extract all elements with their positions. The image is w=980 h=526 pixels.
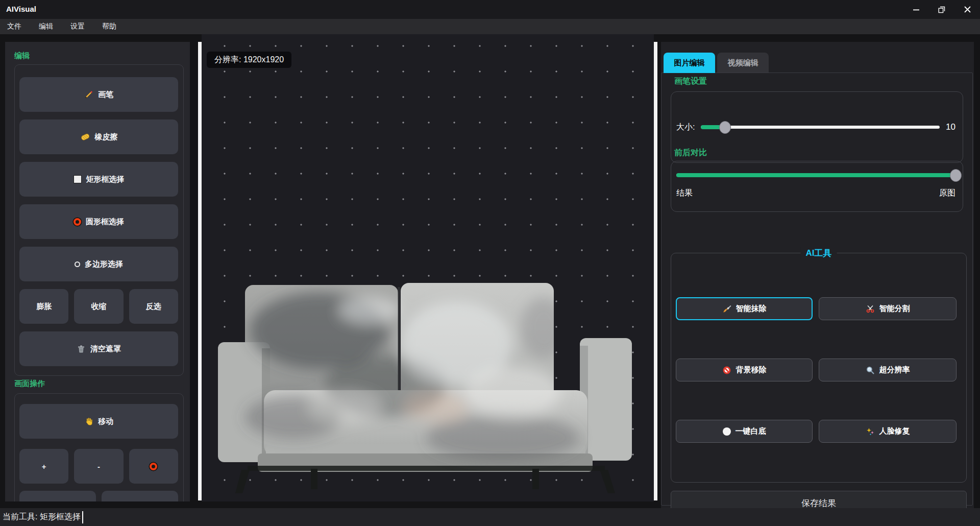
clear-mask-button[interactable]: 清空遮罩 (19, 331, 178, 366)
dilate-button[interactable]: 膨胀 (19, 289, 68, 324)
shrink-label: 收缩 (91, 302, 106, 312)
canvas[interactable]: 分辨率: 1920x1920 (202, 34, 654, 501)
brush-tool-label: 画笔 (98, 90, 113, 100)
statusbar: 当前工具: 矩形框选择 (0, 508, 980, 526)
move-tool-label: 移动 (98, 417, 113, 426)
left-splitter[interactable] (198, 42, 202, 500)
ai-tools-title: AI工具 (801, 247, 837, 259)
clear-mask-label: 清空遮罩 (90, 344, 121, 354)
hand-icon (84, 417, 93, 426)
menu-edit[interactable]: 编辑 (34, 20, 58, 33)
canvas-ops-group: 移动 + - (14, 393, 184, 501)
pencil-icon (84, 90, 93, 99)
current-tool-status: 当前工具: 矩形框选择 (3, 512, 81, 522)
brush-icon (722, 304, 731, 314)
menu-file[interactable]: 文件 (2, 20, 27, 33)
zoom-row: + - (19, 449, 178, 484)
move-tool-button[interactable]: 移动 (19, 404, 178, 439)
compare-slider[interactable] (676, 174, 955, 177)
sparkles-icon (866, 427, 875, 436)
brush-size-slider[interactable] (701, 126, 940, 129)
sidebar-partial-button-1[interactable] (19, 491, 96, 501)
smart-erase-label: 智能抹除 (736, 304, 767, 314)
magnifier-icon (866, 366, 875, 375)
ai-tools-group: AI工具 智能抹除 智能分割 背景移除 超分辨率 (671, 253, 967, 483)
clipped-row (19, 491, 178, 501)
compare-title: 前后对比 (674, 148, 707, 158)
sofa-image (217, 282, 633, 494)
smart-erase-button[interactable]: 智能抹除 (676, 297, 813, 320)
tab-video-edit-label: 视频编辑 (728, 58, 758, 68)
brush-settings-group: 大小: 10 (671, 91, 963, 163)
rect-select-label: 矩形框选择 (86, 175, 125, 184)
app-title: AIVisual (6, 5, 36, 13)
edit-section-title: 编辑 (14, 51, 30, 61)
right-splitter[interactable] (654, 42, 657, 500)
polygon-select-label: 多边形选择 (85, 259, 123, 269)
save-result-label: 保存结果 (801, 498, 836, 508)
zoom-in-label: + (42, 462, 46, 471)
super-res-label: 超分辨率 (879, 365, 910, 375)
circle-select-icon (74, 218, 81, 226)
eraser-tool-label: 橡皮擦 (95, 132, 118, 142)
tab-image-edit[interactable]: 图片编辑 (664, 53, 715, 73)
close-button[interactable] (954, 0, 980, 19)
menubar: 文件 编辑 设置 帮助 (0, 19, 980, 34)
white-bg-button[interactable]: 一键白底 (676, 420, 813, 443)
close-icon (964, 6, 971, 13)
square-select-icon (74, 175, 82, 183)
resolution-label: 分辨率: 1920x1920 (207, 52, 291, 68)
invert-button[interactable]: 反选 (129, 289, 178, 324)
edit-tools-group: 画笔 橡皮擦 矩形框选择 圆形框选择 多边形选择 (14, 64, 184, 376)
menu-help[interactable]: 帮助 (97, 20, 121, 33)
menu-settings[interactable]: 设置 (65, 20, 90, 33)
maximize-button[interactable] (929, 0, 954, 19)
compare-right-label: 原图 (939, 188, 955, 199)
compare-group: 结果 原图 (671, 161, 963, 212)
circle-select-label: 圆形框选择 (86, 217, 124, 227)
window-controls (903, 0, 980, 19)
face-restore-button[interactable]: 人脸修复 (819, 420, 957, 443)
canvas-ops-section-title: 画面操作 (14, 379, 45, 389)
status-caret (82, 511, 83, 523)
image-edit-panel: 画笔设置 大小: 10 前后对比 (661, 73, 973, 506)
bg-remove-button[interactable]: 背景移除 (676, 358, 813, 381)
tab-video-edit[interactable]: 视频编辑 (717, 53, 769, 73)
super-res-button[interactable]: 超分辨率 (819, 358, 957, 381)
minimize-icon (913, 6, 920, 13)
brush-size-thumb[interactable] (719, 121, 731, 134)
bg-remove-label: 背景移除 (736, 365, 767, 375)
eraser-icon (80, 132, 90, 141)
zoom-in-button[interactable]: + (19, 449, 68, 484)
dilate-label: 膨胀 (36, 302, 52, 312)
no-entry-icon (722, 366, 731, 375)
white-circle-icon (723, 427, 731, 436)
face-restore-label: 人脸修复 (879, 426, 910, 436)
workspace: 分辨率: 1920x1920 (0, 34, 980, 508)
right-panel: 图片编辑 视频编辑 画笔设置 大小: 10 前后对比 (661, 42, 974, 508)
compare-left-label: 结果 (676, 188, 693, 199)
zoom-out-label: - (97, 462, 100, 471)
compare-thumb[interactable] (950, 169, 962, 182)
brush-size-value: 10 (946, 122, 955, 132)
left-sidebar: 编辑 画笔 橡皮擦 矩形框选择 圆形框选择 (5, 42, 190, 501)
minimize-button[interactable] (903, 0, 929, 19)
titlebar: AIVisual (0, 0, 980, 19)
brush-size-label: 大小: (676, 122, 695, 133)
maximize-icon (938, 6, 945, 13)
smart-segment-button[interactable]: 智能分割 (819, 297, 957, 320)
invert-label: 反选 (146, 302, 161, 312)
zoom-out-button[interactable]: - (74, 449, 123, 484)
white-bg-label: 一键白底 (736, 426, 766, 436)
sidebar-partial-button-2[interactable] (102, 491, 178, 501)
polygon-select-button[interactable]: 多边形选择 (19, 247, 178, 281)
eraser-tool-button[interactable]: 橡皮擦 (19, 119, 178, 154)
mask-adjust-row: 膨胀 收缩 反选 (19, 289, 178, 324)
circle-select-button[interactable]: 圆形框选择 (19, 204, 178, 239)
shrink-button[interactable]: 收缩 (74, 289, 123, 324)
zoom-reset-button[interactable] (129, 449, 178, 484)
brush-tool-button[interactable]: 画笔 (19, 77, 178, 112)
rect-select-button[interactable]: 矩形框选择 (19, 162, 178, 197)
reset-view-icon (150, 463, 157, 470)
trash-icon (77, 344, 86, 353)
